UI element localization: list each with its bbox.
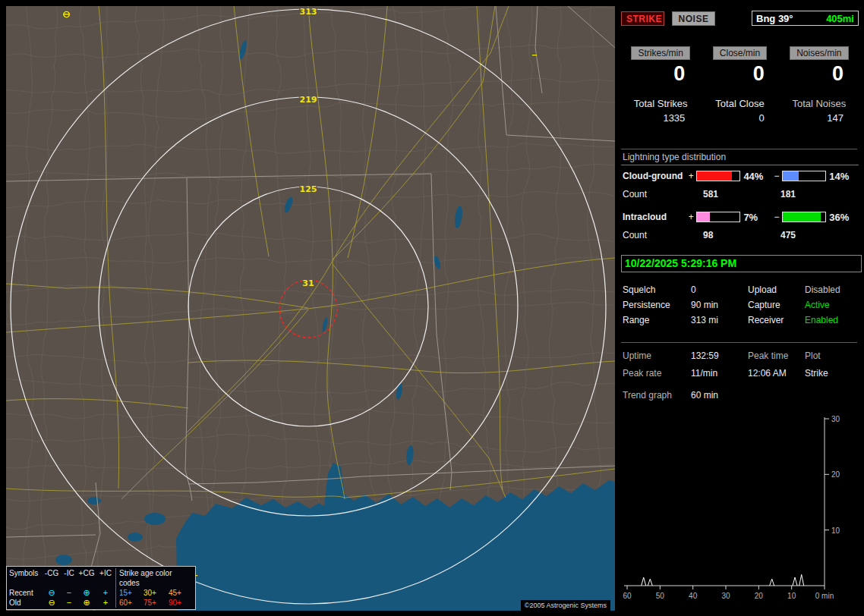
minus-sign: − — [773, 171, 780, 181]
cloud-ground-count-row: Count 581 181 — [621, 189, 857, 199]
persistence-label: Persistence — [623, 300, 691, 310]
legend-symbols-header: Symbols — [9, 568, 43, 588]
control-panel: STRIKE NOISE Bng 39° 405mi Strikes/min C… — [621, 0, 859, 616]
ic-plus-count: 98 — [703, 230, 713, 240]
svg-text:10: 10 — [787, 592, 796, 600]
svg-text:40: 40 — [689, 592, 698, 600]
ring-label-313: 313 — [300, 7, 317, 17]
age-60-label: 60+ — [115, 598, 140, 608]
cg-minus-bar — [782, 171, 826, 181]
upload-status: Disabled — [805, 284, 859, 295]
plus-sign: + — [687, 212, 695, 222]
uptime-label: Uptime — [623, 350, 691, 361]
squelch-value: 0 — [691, 284, 748, 295]
noises-per-min-value: 0 — [780, 62, 859, 86]
noise-mode-button[interactable]: NOISE — [672, 11, 715, 26]
age-15-label: 15+ — [115, 588, 140, 598]
age-90-label: 90+ — [166, 598, 190, 608]
svg-text:50: 50 — [656, 592, 665, 600]
svg-text:10: 10 — [831, 526, 840, 535]
age-75-label: 75+ — [140, 598, 166, 608]
uptime-value: 132:59 — [691, 350, 748, 361]
cg-plus-percent: 44% — [743, 171, 773, 182]
strikes-per-min-button[interactable]: Strikes/min — [631, 46, 689, 60]
capture-label: Capture — [748, 300, 805, 310]
peak-rate-value: 11/min — [691, 368, 748, 379]
ic-minus-bar — [782, 212, 826, 222]
svg-text:30: 30 — [831, 415, 840, 423]
legend-recent-label: Recent — [9, 588, 43, 598]
datetime-display: 10/22/2025 5:29:16 PM — [621, 255, 862, 272]
settings-row-1: Squelch 0 Upload Disabled — [623, 284, 859, 295]
ic-plus-bar — [696, 212, 740, 222]
range-label: Range — [623, 315, 691, 325]
svg-text:20: 20 — [831, 470, 840, 479]
close-per-min-button[interactable]: Close/min — [713, 46, 767, 60]
trend-graph-plot: 1020306050403020100 min — [621, 410, 843, 601]
range-to-storm-value: 405mi — [826, 13, 854, 24]
trend-window-value: 60 min — [691, 390, 748, 401]
trend-graph-label: Trend graph — [623, 390, 691, 401]
minus-sign: − — [773, 212, 780, 222]
lightning-detector-app: { "app": {"copyright": "©2005 Astrogenic… — [0, 0, 864, 616]
total-strikes-value: 1335 — [621, 112, 700, 124]
total-close-label: Total Close — [700, 98, 779, 109]
intracloud-row: Intracloud + 7% − 36% — [623, 212, 859, 222]
map-graphics: 313 219 125 31 — [6, 6, 615, 611]
map-legend: Symbols -CG -IC +CG +IC Strike age color… — [6, 566, 196, 610]
total-labels-row: Total Strikes Total Close Total Noises — [621, 98, 859, 109]
strike-mode-button[interactable]: STRIKE — [621, 11, 664, 26]
legend-old-label: Old — [9, 598, 43, 608]
lakes — [55, 40, 464, 565]
copyright-notice: ©2005 Astrogenic Systems — [521, 600, 610, 611]
bearing-range-display: Bng 39° 405mi — [752, 11, 859, 26]
pos-ic-old-icon: + — [96, 598, 115, 608]
legend-age-header: Strike age color codes — [115, 568, 190, 588]
svg-text:60: 60 — [623, 592, 632, 600]
settings-row-3: Range 313 mi Receiver Enabled — [623, 315, 859, 325]
neg-cg-old-icon: ⊖ — [43, 598, 61, 608]
pos-cg-recent-icon: ⊕ — [77, 588, 96, 598]
total-close-value: 0 — [700, 112, 779, 124]
ring-label-31: 31 — [302, 278, 314, 288]
cg-plus-bar — [696, 171, 740, 181]
settings-row-2: Persistence 90 min Capture Active — [623, 300, 859, 310]
gulf-of-mexico — [176, 463, 615, 611]
neg-ic-old-icon: − — [61, 598, 77, 608]
rate-values-row: 0 0 0 — [621, 62, 859, 86]
legend-pos-ic-header: +IC — [96, 568, 115, 588]
lightning-map[interactable]: 313 219 125 31 ⊖−+ Symbols -CG -IC +CG +… — [6, 6, 615, 611]
peak-time-value: 12:06 AM — [748, 368, 805, 379]
total-noises-label: Total Noises — [780, 98, 859, 109]
svg-text:0 min: 0 min — [815, 592, 834, 600]
cg-minus-percent: 14% — [829, 171, 859, 182]
ic-plus-percent: 7% — [743, 212, 773, 223]
plot-value: Strike — [805, 368, 859, 379]
noises-per-min-button[interactable]: Noises/min — [790, 46, 848, 60]
pos-ic-recent-icon: + — [96, 588, 115, 598]
ring-labels: 313 219 125 31 — [300, 7, 317, 288]
section-divider — [621, 342, 857, 343]
strikes-per-min-value: 0 — [621, 62, 700, 86]
intracloud-label: Intracloud — [623, 212, 687, 222]
svg-text:20: 20 — [755, 592, 764, 600]
status-row-1: Uptime 132:59 Peak time Plot — [623, 350, 859, 361]
close-per-min-value: 0 — [700, 62, 779, 86]
ring-label-125: 125 — [300, 184, 317, 194]
total-values-row: 1335 0 147 — [621, 112, 859, 124]
ring-label-219: 219 — [300, 95, 317, 105]
trend-graph: 1020306050403020100 min — [621, 410, 843, 601]
peak-time-label: Peak time — [748, 350, 805, 361]
receiver-status: Enabled — [805, 315, 859, 325]
total-strikes-label: Total Strikes — [621, 98, 700, 109]
persistence-value: 90 min — [691, 300, 748, 310]
total-noises-value: 147 — [780, 112, 859, 124]
upload-label: Upload — [748, 284, 805, 295]
ic-minus-count: 475 — [780, 230, 796, 240]
age-30-label: 30+ — [140, 588, 166, 598]
neg-ic-recent-icon: − — [61, 588, 77, 598]
count-label: Count — [623, 189, 647, 200]
capture-status: Active — [805, 300, 859, 310]
legend-pos-cg-header: +CG — [77, 568, 96, 588]
cloud-ground-label: Cloud-ground — [623, 171, 687, 181]
